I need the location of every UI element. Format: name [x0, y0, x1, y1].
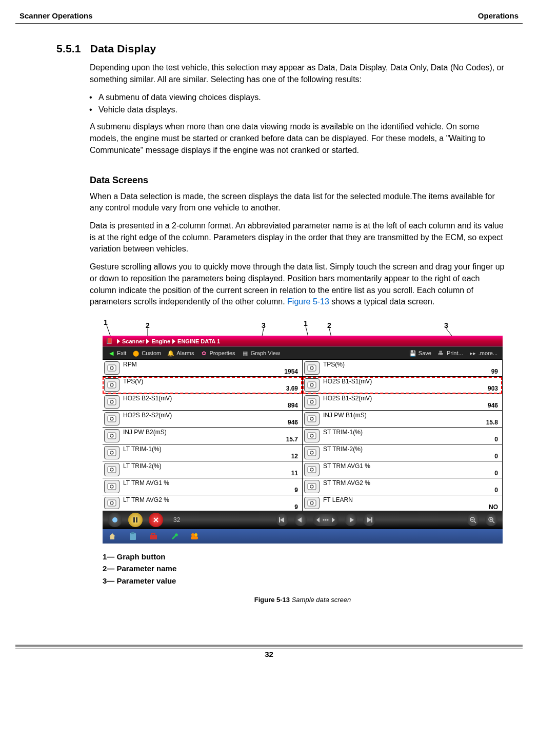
- data-row[interactable]: RPM1954: [103, 360, 302, 377]
- print-label: Print...: [447, 350, 463, 356]
- toolbox-icon[interactable]: [149, 532, 158, 541]
- alarms-button[interactable]: 🔔Alarms: [165, 349, 196, 357]
- svg-point-84: [112, 517, 117, 522]
- graph-button[interactable]: [104, 395, 119, 409]
- properties-button[interactable]: ✿Properties: [198, 349, 237, 357]
- breadcrumb-item[interactable]: Engine: [151, 338, 170, 344]
- graph-button[interactable]: [304, 429, 320, 442]
- graph-button[interactable]: [304, 378, 320, 392]
- data-row[interactable]: HO2S B1-S1(mV)903: [303, 377, 502, 394]
- zoom-in-button[interactable]: [485, 514, 497, 526]
- wrench-icon[interactable]: [169, 532, 178, 541]
- gear-icon: ✿: [200, 350, 207, 357]
- parameter-name: FT LEARN: [323, 496, 498, 503]
- titlebar-icon: 📕: [106, 338, 113, 344]
- people-icon[interactable]: [190, 532, 199, 541]
- graph-button[interactable]: [104, 412, 119, 425]
- data-row[interactable]: ST TRIM-1(%)0: [303, 428, 502, 444]
- parameter-name: ST TRM AVG2 %: [323, 479, 498, 487]
- data-row[interactable]: INJ PW B1(mS)15.8: [303, 411, 502, 428]
- parameter-value: 0: [323, 436, 498, 443]
- print-button[interactable]: 🖶Print...: [435, 349, 465, 357]
- graph-button[interactable]: [104, 497, 119, 509]
- data-row[interactable]: LT TRM AVG1 %9: [103, 478, 302, 495]
- skip-back-button[interactable]: [276, 514, 288, 526]
- parameter-value: 3.69: [123, 385, 298, 392]
- data-row[interactable]: LT TRIM-2(%)11: [103, 461, 302, 478]
- exit-label: Exit: [117, 350, 126, 356]
- parameter-value: 12: [123, 453, 298, 460]
- data-row[interactable]: HO2S B1-S2(mV)946: [303, 394, 502, 411]
- data-row[interactable]: FT LEARNNO: [303, 495, 502, 511]
- breadcrumb-sep-icon: [172, 339, 175, 344]
- record-button[interactable]: [108, 513, 122, 527]
- step-back-button[interactable]: [294, 514, 307, 526]
- disk-icon: 💾: [409, 350, 416, 357]
- exit-button[interactable]: ◀Exit: [106, 349, 128, 357]
- graph-button[interactable]: [104, 463, 119, 476]
- parameter-value: 0: [323, 470, 498, 477]
- parameter-name: HO2S B1-S1(mV): [323, 378, 498, 385]
- svg-rect-109: [131, 532, 134, 534]
- data-row[interactable]: HO2S B2-S2(mV)946: [103, 411, 302, 428]
- home-icon[interactable]: [108, 532, 117, 541]
- graph-button[interactable]: [304, 446, 320, 459]
- more-button[interactable]: ▸▸.more...: [467, 349, 500, 357]
- pause-button[interactable]: [128, 513, 143, 527]
- parameter-value: 946: [123, 419, 298, 426]
- data-column-left: RPM1954TPS(V)3.69HO2S B2-S1(mV)894HO2S B…: [103, 360, 303, 511]
- data-row[interactable]: ST TRIM-2(%)0: [303, 444, 502, 461]
- skip-forward-button[interactable]: [363, 514, 375, 526]
- graph-button[interactable]: [304, 480, 320, 493]
- data-row[interactable]: ST TRM AVG1 %0: [303, 461, 502, 478]
- data-row[interactable]: LT TRM AVG2 %9: [103, 495, 302, 511]
- figure-link[interactable]: Figure 5-13: [287, 297, 329, 306]
- graphview-button[interactable]: ▦Graph View: [240, 349, 282, 357]
- custom-icon: ⬤: [132, 350, 140, 357]
- bell-icon: 🔔: [167, 350, 174, 357]
- more-label: .more...: [479, 350, 497, 356]
- step-forward-button[interactable]: [345, 514, 357, 526]
- graph-button[interactable]: [104, 446, 119, 459]
- breadcrumb-item[interactable]: Scanner: [122, 338, 144, 344]
- stop-button[interactable]: [149, 513, 163, 527]
- page-number: 32: [15, 649, 523, 658]
- graph-button[interactable]: [104, 361, 119, 375]
- graph-button[interactable]: [104, 480, 119, 493]
- data-row[interactable]: TPS(V)3.69: [103, 377, 302, 394]
- legend-1: 1— Graph button: [103, 551, 503, 563]
- graph-button[interactable]: [304, 463, 320, 476]
- graph-button[interactable]: [304, 361, 320, 375]
- data-grid[interactable]: RPM1954TPS(V)3.69HO2S B2-S1(mV)894HO2S B…: [103, 360, 503, 511]
- data-row[interactable]: HO2S B2-S1(mV)894: [103, 394, 302, 411]
- svg-rect-90: [279, 517, 280, 522]
- screenshot: 📕 Scanner Engine ENGINE DATA 1 ◀Exit ⬤Cu…: [103, 336, 503, 544]
- clipboard-icon[interactable]: [128, 532, 137, 541]
- svg-rect-111: [152, 533, 155, 535]
- data-row[interactable]: ST TRM AVG2 %0: [303, 478, 502, 495]
- callout-3a: 3: [262, 321, 266, 329]
- figure-caption: Figure 5-13 Sample data screen: [103, 596, 503, 604]
- parameter-value: 11: [123, 470, 298, 477]
- data-row[interactable]: LT TRIM-1(%)12: [103, 444, 302, 461]
- bullet-item: Vehicle data displays.: [98, 104, 508, 116]
- data-row[interactable]: INJ PW B2(mS)15.7: [103, 428, 302, 444]
- parameter-name: ST TRIM-2(%): [323, 445, 498, 453]
- save-button[interactable]: 💾Save: [407, 349, 433, 357]
- breadcrumb-sep-icon: [146, 339, 149, 344]
- svg-point-95: [327, 519, 328, 521]
- custom-button[interactable]: ⬤Custom: [130, 349, 163, 357]
- graph-button[interactable]: [104, 378, 119, 392]
- breadcrumb-item[interactable]: ENGINE DATA 1: [177, 338, 220, 344]
- callout-2b: 2: [327, 321, 331, 329]
- header-right: Operations: [478, 11, 519, 20]
- graph-button[interactable]: [304, 412, 320, 425]
- svg-rect-114: [191, 536, 198, 539]
- graph-button[interactable]: [104, 429, 119, 442]
- data-row[interactable]: TPS(%)99: [303, 360, 502, 377]
- graph-button[interactable]: [304, 497, 320, 509]
- seek-button[interactable]: [313, 514, 338, 526]
- parameter-name: TPS(%): [323, 361, 498, 368]
- zoom-out-button[interactable]: [467, 514, 479, 526]
- graph-button[interactable]: [304, 395, 320, 409]
